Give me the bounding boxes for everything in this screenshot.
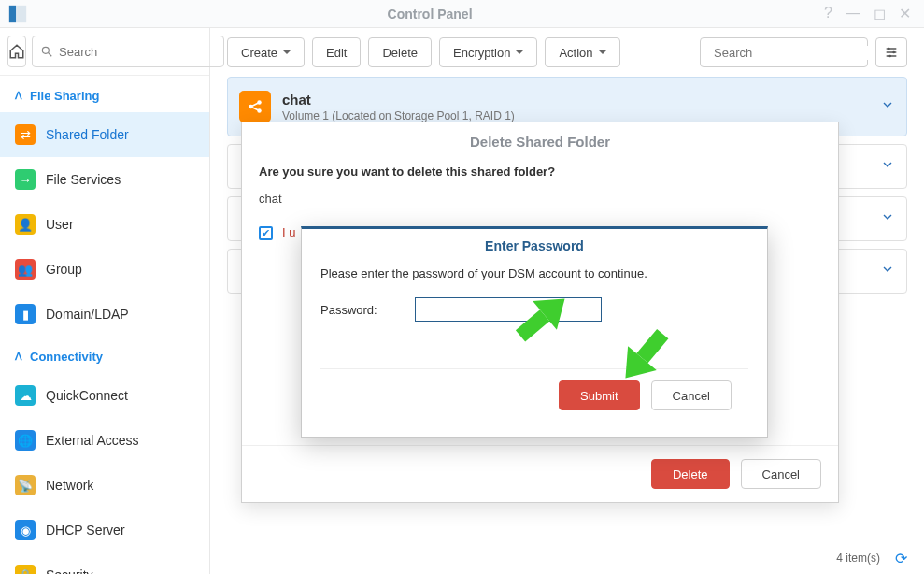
chevron-down-icon[interactable] xyxy=(880,262,895,280)
app-icon xyxy=(0,0,36,28)
annotation-arrow xyxy=(505,280,579,355)
dialog-target: chat xyxy=(259,192,821,206)
sidebar-search-input[interactable] xyxy=(59,45,216,59)
sidebar-search[interactable] xyxy=(32,36,224,67)
home-button[interactable] xyxy=(7,36,26,67)
svg-rect-1 xyxy=(17,5,26,22)
sidebar-item-group[interactable]: 👥Group xyxy=(0,247,209,292)
settings-button[interactable] xyxy=(875,37,907,67)
dialog-title: Enter Password xyxy=(302,229,767,263)
conn-icon: 🔒 xyxy=(15,565,36,574)
conn-icon: ☁ xyxy=(15,385,36,406)
toolbar-search-input[interactable] xyxy=(714,46,871,60)
sidebar-item-label: DHCP Server xyxy=(46,523,125,538)
dialog-title: Delete Shared Folder xyxy=(242,122,838,161)
password-label: Password: xyxy=(320,303,377,317)
maximize-icon[interactable]: ◻ xyxy=(874,5,886,22)
fs-icon: 👤 xyxy=(15,214,36,235)
sidebar-item-label: User xyxy=(46,217,74,232)
section-label: File Sharing xyxy=(30,89,99,103)
sidebar-item-label: Shared Folder xyxy=(46,127,129,142)
sidebar-item-label: Security xyxy=(46,567,93,574)
sidebar-item-label: QuickConnect xyxy=(46,388,128,403)
svg-line-3 xyxy=(49,53,52,57)
home-icon xyxy=(8,43,25,60)
item-count: 4 item(s) xyxy=(836,552,880,565)
fs-icon: → xyxy=(15,169,36,190)
sidebar-item-label: External Access xyxy=(46,433,139,448)
chevron-down-icon[interactable] xyxy=(880,209,895,228)
conn-icon: 🌐 xyxy=(15,430,36,451)
sidebar-item-external-access[interactable]: 🌐External Access xyxy=(0,418,209,463)
close-icon[interactable]: ✕ xyxy=(899,5,911,22)
window-controls: ? — ◻ ✕ xyxy=(824,5,924,22)
acknowledge-checkbox[interactable]: ✔ xyxy=(259,226,273,240)
sidebar-item-file-services[interactable]: →File Services xyxy=(0,157,209,202)
fs-icon: 👥 xyxy=(15,259,36,280)
folder-subtitle: Volume 1 (Located on Storage Pool 1, RAI… xyxy=(282,109,869,122)
svg-point-6 xyxy=(888,55,891,58)
fs-icon: ⇄ xyxy=(15,124,36,145)
svg-line-11 xyxy=(252,108,258,110)
sidebar-item-dhcp-server[interactable]: ◉DHCP Server xyxy=(0,508,209,552)
section-connectivity[interactable]: ᐱ Connectivity xyxy=(0,337,209,373)
minimize-icon[interactable]: — xyxy=(846,5,860,22)
chevron-up-icon: ᐱ xyxy=(15,351,22,363)
chevron-up-icon: ᐱ xyxy=(15,90,22,102)
sidebar-item-shared-folder[interactable]: ⇄Shared Folder xyxy=(0,112,209,157)
dialog-cancel-button[interactable]: Cancel xyxy=(741,459,821,489)
sidebar-item-label: Network xyxy=(46,478,93,493)
sidebar-item-security[interactable]: 🔒Security xyxy=(0,552,209,574)
svg-point-2 xyxy=(42,47,49,53)
search-icon xyxy=(40,45,53,58)
conn-icon: ◉ xyxy=(15,520,36,540)
annotation-arrow xyxy=(607,318,682,393)
section-file-sharing[interactable]: ᐱ File Sharing xyxy=(0,76,209,112)
edit-button[interactable]: Edit xyxy=(312,37,361,67)
share-icon xyxy=(239,91,271,122)
section-label: Connectivity xyxy=(30,350,103,364)
svg-point-4 xyxy=(888,48,890,50)
titlebar: Control Panel ? — ◻ ✕ xyxy=(0,0,924,28)
create-button[interactable]: Create xyxy=(227,37,305,67)
refresh-icon[interactable]: ⟳ xyxy=(895,550,907,567)
svg-point-5 xyxy=(892,51,895,54)
toolbar: Create Edit Delete Encryption Action xyxy=(210,28,924,77)
help-icon[interactable]: ? xyxy=(824,5,832,22)
fs-icon: ▮ xyxy=(15,304,36,324)
sidebar: ᐱ File Sharing ⇄Shared Folder→File Servi… xyxy=(0,28,210,574)
encryption-button[interactable]: Encryption xyxy=(439,37,537,67)
svg-line-10 xyxy=(252,103,258,106)
folder-name: chat xyxy=(282,92,869,108)
conn-icon: 📡 xyxy=(15,475,36,495)
chevron-down-icon[interactable] xyxy=(880,97,895,116)
sidebar-item-network[interactable]: 📡Network xyxy=(0,463,209,508)
sidebar-item-label: Domain/LDAP xyxy=(46,307,129,322)
toolbar-search[interactable] xyxy=(700,37,868,67)
sidebar-item-user[interactable]: 👤User xyxy=(0,202,209,247)
window-title: Control Panel xyxy=(36,7,824,22)
sidebar-item-label: Group xyxy=(46,262,82,277)
svg-rect-0 xyxy=(9,5,16,22)
sliders-icon xyxy=(884,45,899,60)
sidebar-item-quickconnect[interactable]: ☁QuickConnect xyxy=(0,373,209,418)
dialog-delete-button[interactable]: Delete xyxy=(651,459,730,489)
delete-button[interactable]: Delete xyxy=(368,37,432,67)
footer: 4 item(s) ⟳ xyxy=(210,542,924,574)
chevron-down-icon[interactable] xyxy=(880,157,895,176)
sidebar-item-label: File Services xyxy=(46,172,121,187)
action-button[interactable]: Action xyxy=(545,37,619,67)
dialog-message: Please enter the password of your DSM ac… xyxy=(320,266,748,280)
dialog-question: Are you sure you want to delete this sha… xyxy=(259,165,821,179)
sidebar-item-domain-ldap[interactable]: ▮Domain/LDAP xyxy=(0,292,209,337)
